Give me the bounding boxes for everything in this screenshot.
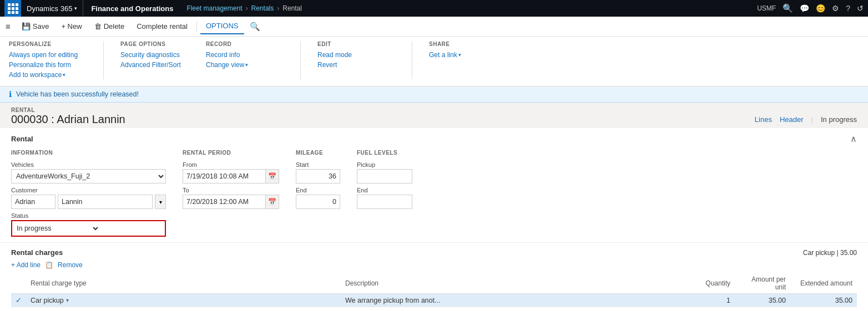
charges-section: Rental charges Car pickup | 35.00 + Add … bbox=[0, 243, 868, 311]
fuel-pickup-label: Pickup bbox=[357, 161, 412, 168]
fuel-pickup-group: Pickup bbox=[357, 161, 412, 183]
personalize-item-2[interactable]: Add to workspace ▾ bbox=[9, 70, 87, 79]
col-extended: Extended amount bbox=[790, 273, 857, 294]
chat-icon[interactable]: 💬 bbox=[800, 4, 809, 13]
to-date-input[interactable] bbox=[183, 195, 266, 209]
share-title: SHARE bbox=[429, 41, 507, 47]
type-dropdown-icon[interactable]: ▾ bbox=[66, 297, 69, 303]
record-header: RENTAL 000030 : Adrian Lannin Lines Head… bbox=[0, 103, 868, 128]
rental-section: Rental ∧ INFORMATION Vehicles AdventureW… bbox=[0, 128, 868, 243]
info-label: INFORMATION bbox=[11, 150, 166, 156]
charges-toolbar: + Add line 📋 Remove bbox=[11, 261, 857, 269]
status-select[interactable]: In progress bbox=[12, 221, 100, 236]
refresh-icon[interactable]: ↺ bbox=[857, 4, 864, 13]
user-label: USMF bbox=[757, 4, 776, 12]
type-value: Car pickup bbox=[31, 297, 64, 304]
record-title: RECORD bbox=[206, 41, 284, 47]
customer-label: Customer bbox=[11, 187, 166, 193]
options-tab[interactable]: OPTIONS bbox=[200, 19, 244, 34]
fuel-pickup-input[interactable] bbox=[357, 169, 412, 183]
options-page-section: PAGE OPTIONS Security diagnostics Advanc… bbox=[120, 41, 198, 79]
row-extended: 35.00 bbox=[790, 294, 857, 307]
page-options-item-1[interactable]: Advanced Filter/Sort bbox=[120, 60, 198, 69]
vehicles-select[interactable]: AdventureWorks_Fuji_2 bbox=[11, 169, 166, 183]
edit-item-1[interactable]: Revert bbox=[317, 60, 395, 69]
waffle-menu[interactable] bbox=[4, 0, 21, 17]
options-label: OPTIONS bbox=[206, 22, 239, 30]
waffle-grid-icon bbox=[8, 3, 18, 14]
mileage-start-input[interactable] bbox=[296, 169, 340, 183]
finops-label: Finance and Operations bbox=[83, 0, 181, 17]
mileage-end-input[interactable] bbox=[296, 195, 340, 209]
rental-section-title: Rental bbox=[11, 135, 33, 143]
info-icon: ℹ bbox=[9, 90, 12, 99]
remove-label: Remove bbox=[58, 261, 83, 269]
add-workspace-chevron: ▾ bbox=[63, 72, 65, 78]
options-record-section: RECORD Record info Change view ▾ bbox=[206, 41, 284, 79]
share-item-0[interactable]: Get a link ▾ bbox=[429, 50, 507, 59]
charges-summary: Car pickup | 35.00 bbox=[803, 249, 857, 257]
options-share-section: SHARE Get a link ▾ bbox=[429, 41, 507, 79]
page-options-title: PAGE OPTIONS bbox=[120, 41, 198, 47]
status-label: Status bbox=[11, 212, 166, 219]
from-date-input[interactable] bbox=[183, 169, 266, 183]
info-message: Vehicle has been successfully released! bbox=[16, 90, 139, 98]
options-sep-1 bbox=[103, 41, 104, 79]
settings-icon[interactable]: ⚙ bbox=[832, 4, 839, 13]
change-view-chevron: ▾ bbox=[245, 62, 248, 68]
breadcrumb: Fleet management › Rentals › Rental bbox=[181, 4, 757, 12]
customer-first-input[interactable] bbox=[11, 195, 55, 209]
new-button[interactable]: + New bbox=[55, 19, 87, 34]
mileage-end-group: End bbox=[296, 187, 340, 209]
save-icon: 💾 bbox=[22, 22, 31, 30]
personalize-item-0[interactable]: Always open for editing bbox=[9, 50, 87, 59]
charges-table-header-row: Rental charge type Description Quantity … bbox=[11, 273, 857, 294]
record-item-0[interactable]: Record info bbox=[206, 50, 284, 59]
from-calendar-button[interactable]: 📅 bbox=[266, 169, 279, 183]
question-icon[interactable]: ? bbox=[846, 4, 850, 13]
table-row[interactable]: ✓ Car pickup ▾ We arrange pickup from an… bbox=[11, 294, 857, 307]
edit-title: EDIT bbox=[317, 41, 395, 47]
record-nav-header[interactable]: Header bbox=[780, 115, 804, 124]
new-label: + New bbox=[61, 22, 82, 30]
search-icon[interactable]: 🔍 bbox=[783, 3, 793, 13]
collapse-icon[interactable]: ∧ bbox=[850, 134, 857, 144]
row-quantity: 1 bbox=[690, 294, 735, 307]
fuel-end-input[interactable] bbox=[357, 195, 412, 209]
share-chevron: ▾ bbox=[458, 52, 461, 58]
col-check bbox=[11, 273, 26, 294]
from-label: From bbox=[183, 161, 279, 168]
delete-button[interactable]: 🗑 Delete bbox=[89, 19, 130, 34]
user-circle-icon[interactable]: 😊 bbox=[816, 4, 825, 13]
customer-group: Customer ▾ bbox=[11, 187, 166, 209]
customer-last-input[interactable] bbox=[58, 195, 153, 209]
dynamics365-chevron: ▾ bbox=[74, 6, 77, 11]
remove-icon: 📋 bbox=[45, 261, 53, 269]
record-nav-lines[interactable]: Lines bbox=[755, 115, 772, 124]
record-nav: Lines Header | In progress bbox=[755, 115, 857, 124]
dynamics365-label: Dynamics 365 bbox=[27, 4, 72, 13]
add-line-button[interactable]: + Add line bbox=[11, 261, 41, 269]
fuel-levels-label: FUEL LEVELS bbox=[357, 150, 412, 156]
customer-dropdown-arrow[interactable]: ▾ bbox=[155, 195, 166, 209]
save-button[interactable]: 💾 Save bbox=[16, 19, 55, 34]
col-quantity: Quantity bbox=[690, 273, 735, 294]
from-date-wrapper: 📅 bbox=[183, 169, 279, 183]
to-calendar-button[interactable]: 📅 bbox=[266, 195, 279, 209]
complete-rental-button[interactable]: Complete rental bbox=[131, 19, 193, 34]
toolbar-search-icon[interactable]: 🔍 bbox=[250, 22, 260, 32]
dynamics365-link[interactable]: Dynamics 365 ▾ bbox=[21, 0, 83, 17]
mileage-start-label: Start bbox=[296, 161, 340, 168]
remove-button[interactable]: Remove bbox=[58, 261, 83, 269]
breadcrumb-fleet[interactable]: Fleet management bbox=[186, 4, 242, 12]
hamburger-icon[interactable]: ≡ bbox=[4, 22, 15, 31]
breadcrumb-rentals[interactable]: Rentals bbox=[251, 4, 274, 12]
options-panel: PERSONALIZE Always open for editing Pers… bbox=[0, 37, 868, 86]
page-options-item-0[interactable]: Security diagnostics bbox=[120, 50, 198, 59]
edit-item-0[interactable]: Read mode bbox=[317, 50, 395, 59]
save-label: Save bbox=[33, 22, 49, 30]
section-header-rental: Rental ∧ bbox=[11, 134, 857, 144]
personalize-item-1[interactable]: Personalize this form bbox=[9, 60, 87, 69]
record-item-1[interactable]: Change view ▾ bbox=[206, 60, 284, 69]
toolbar-separator bbox=[196, 21, 197, 32]
